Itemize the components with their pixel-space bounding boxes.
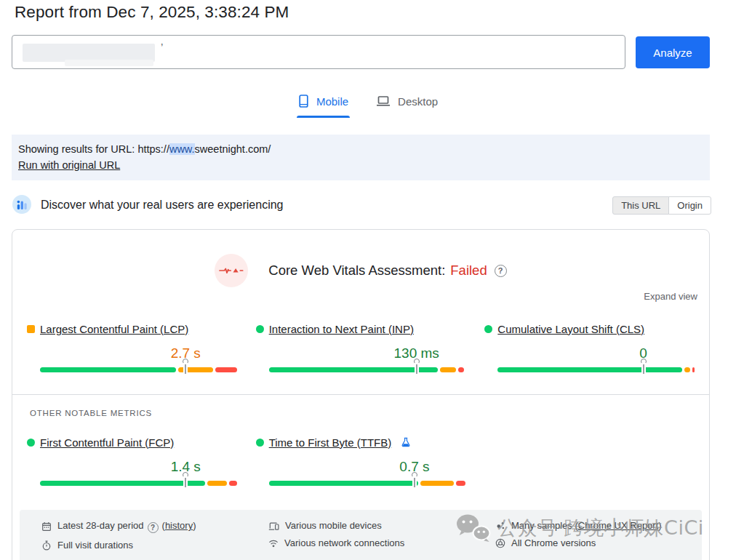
network-icon — [268, 538, 279, 548]
footer-item-text: All Chrome versions — [511, 537, 596, 548]
footer-link[interactable]: Chrome UX Report — [578, 520, 659, 531]
metric-bullet-cls — [484, 325, 492, 333]
metric-link-lcp[interactable]: Largest Contentful Paint (LCP) — [40, 323, 188, 335]
needs-improvement-segment — [684, 367, 690, 372]
results-banner-text: Showing results for URL: https://www.swe… — [18, 141, 710, 157]
metric-link-inp[interactable]: Interaction to Next Paint (INP) — [269, 323, 414, 335]
assessment-title: Core Web Vitals Assessment: Failed — [268, 263, 506, 279]
metric-distribution-bar-ttfb — [269, 481, 466, 486]
assessment-help-icon[interactable] — [495, 265, 507, 277]
heartbeat-pulse-icon — [215, 254, 248, 287]
footer-item-text: Latest 28-day period(history) — [57, 520, 196, 533]
p75-marker-inp — [414, 359, 420, 374]
analyze-button[interactable]: Analyze — [636, 36, 710, 68]
good-segment — [40, 367, 176, 372]
poor-segment — [229, 481, 237, 486]
needs-improvement-segment — [207, 481, 227, 486]
metric-inp: Interaction to Next Paint (INP)130 ms — [256, 321, 466, 372]
calendar-icon — [41, 521, 52, 532]
footer-item-stopwatch: Full visit durations — [41, 540, 268, 551]
url-highlight: www. — [169, 143, 195, 155]
metric-ttfb: Time to First Byte (TTFB)0.7 s — [256, 434, 466, 486]
footer-item-text: Many samples (Chrome UX Report) — [511, 520, 662, 531]
toggle-this-url[interactable]: This URL — [612, 196, 669, 215]
metric-link-cls[interactable]: Cumulative Layout Shift (CLS) — [497, 323, 644, 335]
metric-bullet-fcp — [27, 439, 35, 447]
field-section-title: Discover what your real users are experi… — [41, 199, 283, 212]
footer-column-2: Various mobile devicesVarious network co… — [268, 520, 495, 560]
url-input[interactable]: ’ — [12, 35, 625, 69]
core-web-vitals-card: Core Web Vitals Assessment: Failed Expan… — [12, 229, 710, 560]
p75-marker-cls — [641, 359, 647, 374]
device-tabs: Mobile Desktop — [0, 92, 736, 118]
metric-fcp: First Contentful Paint (FCP)1.4 s — [27, 434, 237, 486]
good-segment — [497, 367, 681, 372]
page-title: Report from Dec 7, 2025, 3:38:24 PM — [15, 3, 289, 22]
redacted-url-value-2 — [65, 60, 153, 66]
results-banner: Showing results for URL: https://www.swe… — [12, 135, 710, 180]
footer-item-samples: Many samples (Chrome UX Report) — [495, 520, 702, 531]
metric-distribution-bar-fcp — [40, 481, 237, 486]
good-segment — [269, 367, 439, 372]
assessment-status: Failed — [450, 263, 487, 279]
metric-link-fcp[interactable]: First Contentful Paint (FCP) — [40, 436, 174, 449]
field-data-footer: Latest 28-day period(history)Full visit … — [20, 510, 702, 560]
p75-marker-lcp — [183, 359, 188, 374]
metric-lcp: Largest Contentful Paint (LCP)2.7 s — [27, 321, 237, 372]
tab-mobile-label: Mobile — [316, 95, 348, 108]
help-icon[interactable] — [148, 522, 159, 533]
metric-bullet-ttfb — [256, 439, 264, 447]
good-segment — [40, 481, 205, 486]
footer-item-network: Various network connections — [268, 537, 495, 548]
footer-column-1: Latest 28-day period(history)Full visit … — [41, 520, 268, 560]
core-metrics-row: Largest Contentful Paint (LCP)2.7 sInter… — [27, 321, 695, 372]
poor-segment — [456, 481, 466, 486]
footer-column-3: Many samples (Chrome UX Report)All Chrom… — [495, 520, 702, 560]
toggle-origin[interactable]: Origin — [668, 196, 711, 215]
mobile-phone-icon — [298, 95, 309, 108]
section-divider — [12, 394, 709, 395]
footer-item-calendar: Latest 28-day period(history) — [41, 520, 268, 533]
expand-view-button[interactable]: Expand view — [644, 291, 697, 302]
metric-bullet-lcp — [27, 325, 35, 333]
url-origin-toggle: This URL Origin — [612, 196, 711, 215]
metric-bullet-inp — [256, 325, 264, 333]
tab-desktop-label: Desktop — [398, 95, 438, 108]
p75-marker-ttfb — [412, 472, 417, 487]
p75-marker-fcp — [183, 472, 188, 487]
metric-link-ttfb[interactable]: Time to First Byte (TTFB) — [269, 436, 392, 449]
footer-item-text: Full visit durations — [57, 540, 133, 551]
desktop-laptop-icon — [376, 95, 391, 107]
chrome-icon — [495, 538, 505, 548]
poor-segment — [458, 367, 464, 372]
needs-improvement-segment — [420, 481, 454, 486]
assessment-row: Core Web Vitals Assessment: Failed — [12, 254, 709, 287]
metric-distribution-bar-lcp — [40, 367, 237, 372]
footer-item-devices: Various mobile devices — [268, 520, 495, 531]
needs-improvement-segment — [440, 367, 456, 372]
other-metrics-row: First Contentful Paint (FCP)1.4 sTime to… — [27, 434, 695, 486]
crux-field-data-icon — [12, 194, 32, 217]
good-segment — [269, 481, 418, 486]
metric-distribution-bar-cls — [497, 367, 695, 372]
footer-item-chrome: All Chrome versions — [495, 537, 702, 548]
metric-distribution-bar-inp — [269, 367, 466, 372]
redaction-artifact: ’ — [161, 41, 163, 53]
run-with-original-url-link[interactable]: Run with original URL — [18, 157, 120, 173]
samples-icon — [495, 521, 505, 531]
footer-item-text: Various network connections — [284, 537, 404, 548]
experimental-flask-icon[interactable] — [401, 437, 411, 448]
poor-segment — [692, 367, 695, 372]
footer-item-text: Various mobile devices — [285, 520, 382, 531]
metric-cls: Cumulative Layout Shift (CLS)0 — [484, 321, 695, 372]
stopwatch-icon — [41, 540, 52, 551]
tab-desktop[interactable]: Desktop — [375, 92, 439, 118]
other-metrics-title: OTHER NOTABLE METRICS — [30, 409, 152, 417]
poor-segment — [215, 367, 236, 372]
tab-mobile[interactable]: Mobile — [297, 92, 350, 118]
devices-icon — [268, 521, 279, 531]
footer-link[interactable]: history — [165, 520, 193, 531]
